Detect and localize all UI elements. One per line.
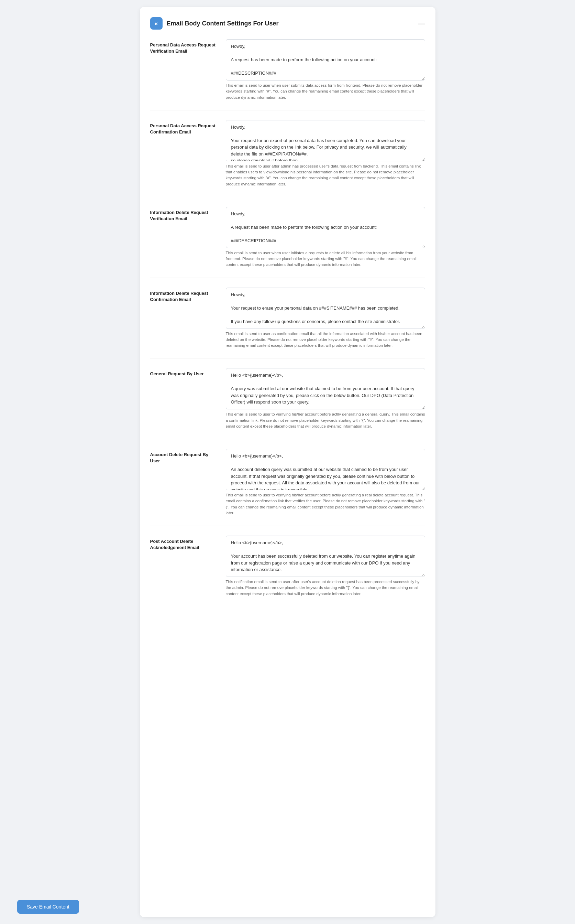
section-label-account-delete-request: Account Delete Request By User bbox=[150, 449, 219, 464]
save-email-content-button[interactable]: Save Email Content bbox=[17, 900, 79, 914]
email-textarea-general-request[interactable] bbox=[226, 368, 425, 409]
section-divider bbox=[150, 197, 425, 197]
section-label-info-delete-confirmation: Information Delete Request Confirmation … bbox=[150, 288, 219, 303]
sections-container: Personal Data Access Request Verificatio… bbox=[150, 39, 425, 597]
section-account-delete-request: Account Delete Request By UserThis email… bbox=[150, 449, 425, 516]
section-label-post-account-delete: Post Account Delete Acknoledgement Email bbox=[150, 535, 219, 551]
section-label-general-request: General Request By User bbox=[150, 368, 219, 377]
section-post-account-delete: Post Account Delete Acknoledgement Email… bbox=[150, 535, 425, 597]
email-textarea-post-account-delete[interactable] bbox=[226, 535, 425, 577]
textarea-wrapper-personal-data-confirmation: This email is send to user after admin h… bbox=[226, 120, 425, 187]
textarea-wrapper-account-delete-request: This email is send to user to verifying … bbox=[226, 449, 425, 516]
hint-text-post-account-delete: This notification email is send to user … bbox=[226, 579, 425, 597]
email-textarea-info-delete-confirmation[interactable] bbox=[226, 288, 425, 329]
hint-text-account-delete-request: This email is send to user to verifying … bbox=[226, 492, 425, 516]
section-label-info-delete-verification: Information Delete Request Verification … bbox=[150, 207, 219, 222]
email-textarea-personal-data-confirmation[interactable] bbox=[226, 120, 425, 161]
section-divider bbox=[150, 110, 425, 110]
hint-text-personal-data-confirmation: This email is send to user after admin h… bbox=[226, 163, 425, 187]
email-textarea-account-delete-request[interactable] bbox=[226, 449, 425, 490]
header-left: « Email Body Content Settings For User bbox=[150, 17, 279, 30]
textarea-wrapper-info-delete-confirmation: This email is send to user as confirmati… bbox=[226, 288, 425, 349]
header: « Email Body Content Settings For User — bbox=[150, 17, 425, 30]
section-personal-data-verification: Personal Data Access Request Verificatio… bbox=[150, 39, 425, 100]
section-divider bbox=[150, 277, 425, 278]
textarea-wrapper-general-request: This email is send to user to verifying … bbox=[226, 368, 425, 429]
textarea-wrapper-personal-data-verification: This email is send to user when user sub… bbox=[226, 39, 425, 100]
section-divider bbox=[150, 439, 425, 439]
textarea-wrapper-post-account-delete: This notification email is send to user … bbox=[226, 535, 425, 597]
email-textarea-personal-data-verification[interactable] bbox=[226, 39, 425, 81]
minimize-button[interactable]: — bbox=[418, 20, 425, 27]
hint-text-info-delete-confirmation: This email is send to user as confirmati… bbox=[226, 331, 425, 349]
section-label-personal-data-confirmation: Personal Data Access Request Confirmatio… bbox=[150, 120, 219, 135]
hint-text-personal-data-verification: This email is send to user when user sub… bbox=[226, 83, 425, 100]
section-general-request: General Request By UserThis email is sen… bbox=[150, 368, 425, 429]
textarea-wrapper-info-delete-verification: This email is send to user when user ini… bbox=[226, 207, 425, 268]
hint-text-info-delete-verification: This email is send to user when user ini… bbox=[226, 250, 425, 268]
page-title: Email Body Content Settings For User bbox=[167, 20, 279, 27]
section-divider bbox=[150, 358, 425, 358]
main-card: « Email Body Content Settings For User —… bbox=[140, 7, 435, 917]
logo-icon: « bbox=[150, 17, 162, 30]
section-info-delete-verification: Information Delete Request Verification … bbox=[150, 207, 425, 268]
section-divider bbox=[150, 526, 425, 526]
hint-text-general-request: This email is send to user to verifying … bbox=[226, 411, 425, 429]
section-label-personal-data-verification: Personal Data Access Request Verificatio… bbox=[150, 39, 219, 54]
email-textarea-info-delete-verification[interactable] bbox=[226, 207, 425, 248]
section-personal-data-confirmation: Personal Data Access Request Confirmatio… bbox=[150, 120, 425, 187]
section-info-delete-confirmation: Information Delete Request Confirmation … bbox=[150, 288, 425, 349]
